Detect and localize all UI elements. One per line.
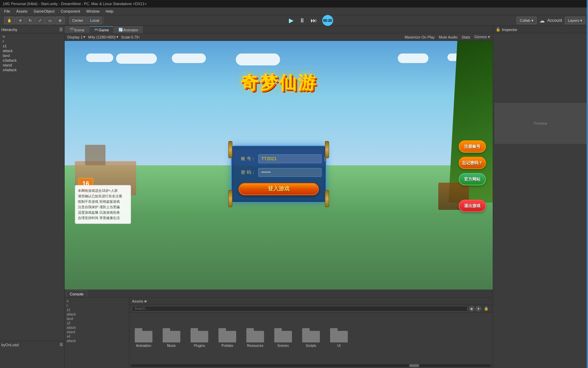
assets-options-btn[interactable]: ★ <box>476 306 481 311</box>
pivot-group: Center Local <box>68 17 104 24</box>
center-area: 🎬 Scene 🎮 Game 🔄 Animator Display 1 ▾ M4… <box>65 26 493 368</box>
layers-button[interactable]: Layers ▾ <box>565 17 585 24</box>
menu-gameobject[interactable]: GameObject <box>31 9 58 14</box>
mute-audio[interactable]: Mute Audio <box>439 35 458 39</box>
inspector-panel: 🔓 Inspector Preview <box>493 26 588 368</box>
exit-button[interactable]: 退出游戏 <box>459 200 486 212</box>
folder-ui[interactable]: UI <box>330 328 348 348</box>
play-button[interactable]: ▶ <box>288 16 295 25</box>
pause-button[interactable]: ⏸ <box>298 16 307 25</box>
menu-file[interactable]: File <box>1 9 13 14</box>
stats-button[interactable]: Stats <box>462 35 470 39</box>
password-label: 密 码： <box>239 169 256 175</box>
pivot-space-btn[interactable]: Local <box>87 17 102 24</box>
bottom-tab-console[interactable]: Console <box>66 290 87 297</box>
folder-music[interactable]: Music <box>163 328 180 348</box>
step-button[interactable]: ⏭ <box>309 16 318 25</box>
folder-label-scenes: Scenes <box>277 344 289 348</box>
transform-tool[interactable]: ⊕ <box>55 17 65 24</box>
console-item-8: stand <box>66 330 128 334</box>
menu-bar: File Assets GameObject Component Window … <box>0 7 588 15</box>
component-menu-icon[interactable]: ☰ <box>60 342 63 347</box>
toolbar-right: Collab ▾ ☁ Account Layers ▾ <box>517 17 585 24</box>
console-item-6: s3 <box>66 321 128 325</box>
warning-box: 本网络游戏适合16岁+人群 请您确认已如实进行实名注册 抵制不良游戏 拒绝盗版游… <box>75 185 131 224</box>
cloud-2 <box>116 53 157 64</box>
password-field: 密 码： <box>239 168 319 177</box>
scene-icon: 🎬 <box>69 28 74 32</box>
hierarchy-item-stand[interactable]: stand <box>1 63 64 67</box>
resolution-selector[interactable]: M4y (1280×800) ▾ <box>88 35 118 39</box>
scroll-knob-right <box>325 141 329 158</box>
folder-scenes[interactable]: Scenes <box>274 328 292 348</box>
console-item-7: attack <box>66 325 128 330</box>
pivot-mode-btn[interactable]: Center <box>69 17 86 24</box>
hierarchy-item-n[interactable]: n <box>1 34 64 39</box>
assets-search-input[interactable] <box>132 306 468 311</box>
folder-resources[interactable]: Resources <box>246 328 264 348</box>
folder-label-resources: Resources <box>247 344 263 348</box>
login-button[interactable]: 登入游戏 <box>239 183 319 195</box>
lock-icon[interactable]: 🔓 <box>496 27 501 32</box>
game-view: 奇梦仙游 16 + 本网络游戏适合16岁+人群 请您确认已如实进行实名注册 抵制… <box>65 41 493 290</box>
maximize-on-play[interactable]: Maximize On Play <box>405 35 435 39</box>
hierarchy-item-s3attack[interactable]: s3attack <box>1 58 64 63</box>
password-input[interactable] <box>258 168 322 177</box>
account-input[interactable] <box>258 154 322 163</box>
menu-window[interactable]: Window <box>83 9 102 14</box>
menu-help[interactable]: Help <box>103 9 116 14</box>
account-label[interactable]: Account <box>548 18 562 23</box>
folder-animation[interactable]: Animation <box>135 328 152 348</box>
display-selector[interactable]: Display 1 ▾ <box>67 35 85 39</box>
timer-display: 00:20 <box>322 15 333 26</box>
console-item-4: attack <box>66 312 128 317</box>
scroll-knob-bottom-left <box>228 190 232 207</box>
folder-label-ui: UI <box>337 344 341 348</box>
inspector-header: 🔓 Inspector <box>493 26 588 33</box>
hierarchy-item-land[interactable]: land <box>1 53 64 58</box>
folder-scripts[interactable]: Scripts <box>302 328 320 348</box>
tab-animator[interactable]: 🔄 Animator <box>114 26 143 33</box>
bottom-content: n r s1 attack land s3 attack stand s4 at… <box>65 297 493 368</box>
register-button[interactable]: 注册账号 <box>459 140 486 153</box>
folder-label-prefabs: Prefabs <box>222 344 233 348</box>
game-title: 奇梦仙游 <box>241 71 317 95</box>
hierarchy-item-s4attack[interactable]: s4attack <box>1 67 64 72</box>
hierarchy-item-attack1[interactable]: attack <box>1 48 64 53</box>
console-item-5: land <box>66 317 128 321</box>
folder-icon-music <box>163 328 180 342</box>
resolution-chevron: ▾ <box>116 35 118 39</box>
warning-line-2: 请您确认已如实进行实名注册 <box>78 194 128 199</box>
website-button[interactable]: 官方网站 <box>459 173 486 185</box>
move-tool[interactable]: ✛ <box>16 17 25 24</box>
forgot-password-button[interactable]: 忘记密码？ <box>459 157 486 169</box>
assets-title: Assets <box>132 299 143 303</box>
hierarchy-item-s1[interactable]: s1 <box>1 44 64 48</box>
folder-icon-resources <box>246 328 264 342</box>
rect-tool[interactable]: ▭ <box>45 17 55 24</box>
scale-tool[interactable]: ⤢ <box>35 17 45 24</box>
tab-game[interactable]: 🎮 Game <box>89 26 113 33</box>
folder-icon-prefabs <box>218 328 236 342</box>
menu-component[interactable]: Component <box>58 9 83 14</box>
hierarchy-menu-icon[interactable]: ☰ <box>59 27 63 32</box>
scroll-thumb[interactable] <box>409 364 419 367</box>
cloud-5 <box>398 53 428 63</box>
folder-icon-scenes <box>274 328 292 342</box>
menu-assets[interactable]: Assets <box>14 9 30 14</box>
collab-button[interactable]: Collab ▾ <box>517 17 536 24</box>
folder-plugins[interactable]: Plugins <box>191 328 208 348</box>
assets-filter-btn[interactable]: ◉ <box>469 306 474 311</box>
hierarchy-item-r[interactable]: r <box>1 39 64 44</box>
folder-prefabs[interactable]: Prefabs <box>218 328 236 348</box>
hand-tool[interactable]: ✋ <box>4 17 15 24</box>
cloud-icon[interactable]: ☁ <box>539 17 545 24</box>
tab-scene[interactable]: 🎬 Scene <box>65 26 89 33</box>
rotate-tool[interactable]: ↻ <box>26 17 35 24</box>
hierarchy-header: Hierarchy ☰ <box>0 26 64 33</box>
gizmos-button[interactable]: Gizmos ▾ <box>474 35 490 39</box>
assets-lock-btn[interactable]: 🔒 <box>483 306 490 311</box>
scroll-track[interactable] <box>131 364 491 367</box>
scale-control[interactable]: Scale 0.79↑ <box>121 35 140 39</box>
assets-search-bar: ◉ ★ 🔒 <box>129 305 493 312</box>
